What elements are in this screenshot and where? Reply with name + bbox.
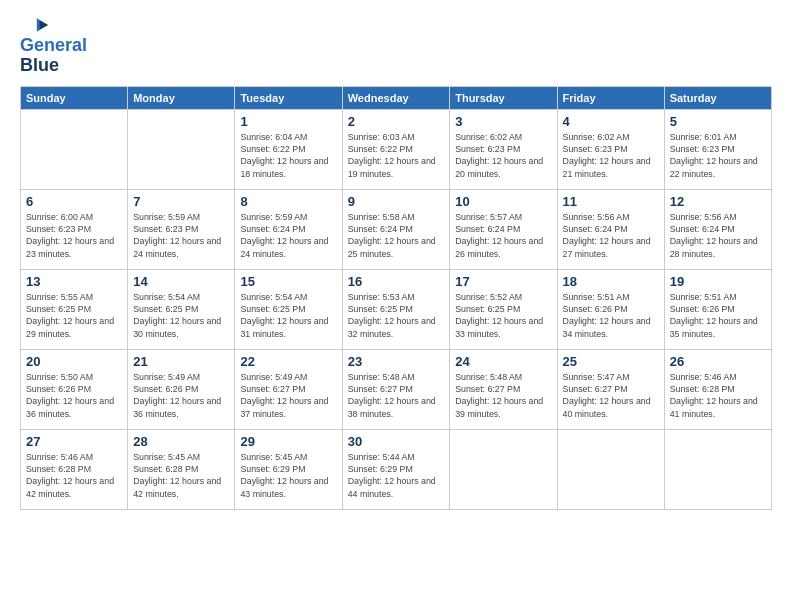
calendar-cell — [21, 109, 128, 189]
calendar-cell: 3Sunrise: 6:02 AMSunset: 6:23 PMDaylight… — [450, 109, 557, 189]
calendar-week-5: 27Sunrise: 5:46 AMSunset: 6:28 PMDayligh… — [21, 429, 772, 509]
calendar-cell: 22Sunrise: 5:49 AMSunset: 6:27 PMDayligh… — [235, 349, 342, 429]
calendar-week-3: 13Sunrise: 5:55 AMSunset: 6:25 PMDayligh… — [21, 269, 772, 349]
day-info: Sunrise: 5:46 AMSunset: 6:28 PMDaylight:… — [26, 451, 122, 500]
logo-text: General Blue — [20, 36, 87, 76]
day-header-friday: Friday — [557, 86, 664, 109]
day-number: 23 — [348, 354, 445, 369]
day-number: 22 — [240, 354, 336, 369]
day-header-wednesday: Wednesday — [342, 86, 450, 109]
calendar-body: 1Sunrise: 6:04 AMSunset: 6:22 PMDaylight… — [21, 109, 772, 509]
day-number: 27 — [26, 434, 122, 449]
calendar-cell: 23Sunrise: 5:48 AMSunset: 6:27 PMDayligh… — [342, 349, 450, 429]
calendar-cell: 28Sunrise: 5:45 AMSunset: 6:28 PMDayligh… — [128, 429, 235, 509]
day-info: Sunrise: 6:02 AMSunset: 6:23 PMDaylight:… — [563, 131, 659, 180]
calendar-cell: 27Sunrise: 5:46 AMSunset: 6:28 PMDayligh… — [21, 429, 128, 509]
calendar-cell: 5Sunrise: 6:01 AMSunset: 6:23 PMDaylight… — [664, 109, 771, 189]
day-number: 11 — [563, 194, 659, 209]
day-info: Sunrise: 5:48 AMSunset: 6:27 PMDaylight:… — [455, 371, 551, 420]
day-info: Sunrise: 5:51 AMSunset: 6:26 PMDaylight:… — [563, 291, 659, 340]
calendar-cell: 13Sunrise: 5:55 AMSunset: 6:25 PMDayligh… — [21, 269, 128, 349]
day-info: Sunrise: 5:51 AMSunset: 6:26 PMDaylight:… — [670, 291, 766, 340]
day-info: Sunrise: 5:44 AMSunset: 6:29 PMDaylight:… — [348, 451, 445, 500]
day-info: Sunrise: 5:46 AMSunset: 6:28 PMDaylight:… — [670, 371, 766, 420]
day-number: 17 — [455, 274, 551, 289]
day-info: Sunrise: 5:54 AMSunset: 6:25 PMDaylight:… — [240, 291, 336, 340]
day-number: 19 — [670, 274, 766, 289]
day-info: Sunrise: 5:55 AMSunset: 6:25 PMDaylight:… — [26, 291, 122, 340]
calendar-cell — [664, 429, 771, 509]
day-number: 30 — [348, 434, 445, 449]
calendar-cell: 4Sunrise: 6:02 AMSunset: 6:23 PMDaylight… — [557, 109, 664, 189]
day-header-thursday: Thursday — [450, 86, 557, 109]
day-number: 21 — [133, 354, 229, 369]
calendar-table: SundayMondayTuesdayWednesdayThursdayFrid… — [20, 86, 772, 510]
day-info: Sunrise: 5:56 AMSunset: 6:24 PMDaylight:… — [563, 211, 659, 260]
day-header-saturday: Saturday — [664, 86, 771, 109]
logo-icon — [20, 16, 48, 34]
day-info: Sunrise: 5:59 AMSunset: 6:23 PMDaylight:… — [133, 211, 229, 260]
day-number: 24 — [455, 354, 551, 369]
day-number: 12 — [670, 194, 766, 209]
calendar-cell: 17Sunrise: 5:52 AMSunset: 6:25 PMDayligh… — [450, 269, 557, 349]
day-number: 7 — [133, 194, 229, 209]
day-number: 5 — [670, 114, 766, 129]
day-number: 8 — [240, 194, 336, 209]
calendar-cell: 21Sunrise: 5:49 AMSunset: 6:26 PMDayligh… — [128, 349, 235, 429]
day-info: Sunrise: 6:01 AMSunset: 6:23 PMDaylight:… — [670, 131, 766, 180]
calendar-cell: 1Sunrise: 6:04 AMSunset: 6:22 PMDaylight… — [235, 109, 342, 189]
day-info: Sunrise: 5:45 AMSunset: 6:29 PMDaylight:… — [240, 451, 336, 500]
day-info: Sunrise: 5:50 AMSunset: 6:26 PMDaylight:… — [26, 371, 122, 420]
day-info: Sunrise: 6:02 AMSunset: 6:23 PMDaylight:… — [455, 131, 551, 180]
day-info: Sunrise: 5:48 AMSunset: 6:27 PMDaylight:… — [348, 371, 445, 420]
day-number: 2 — [348, 114, 445, 129]
svg-marker-2 — [40, 21, 48, 30]
day-header-tuesday: Tuesday — [235, 86, 342, 109]
day-info: Sunrise: 5:45 AMSunset: 6:28 PMDaylight:… — [133, 451, 229, 500]
calendar-week-1: 1Sunrise: 6:04 AMSunset: 6:22 PMDaylight… — [21, 109, 772, 189]
day-number: 13 — [26, 274, 122, 289]
day-info: Sunrise: 5:47 AMSunset: 6:27 PMDaylight:… — [563, 371, 659, 420]
calendar-cell: 11Sunrise: 5:56 AMSunset: 6:24 PMDayligh… — [557, 189, 664, 269]
page-header: General Blue — [20, 16, 772, 76]
calendar-cell: 6Sunrise: 6:00 AMSunset: 6:23 PMDaylight… — [21, 189, 128, 269]
calendar-week-4: 20Sunrise: 5:50 AMSunset: 6:26 PMDayligh… — [21, 349, 772, 429]
day-number: 14 — [133, 274, 229, 289]
day-number: 25 — [563, 354, 659, 369]
calendar-cell: 2Sunrise: 6:03 AMSunset: 6:22 PMDaylight… — [342, 109, 450, 189]
day-number: 29 — [240, 434, 336, 449]
day-info: Sunrise: 6:00 AMSunset: 6:23 PMDaylight:… — [26, 211, 122, 260]
day-info: Sunrise: 5:52 AMSunset: 6:25 PMDaylight:… — [455, 291, 551, 340]
day-info: Sunrise: 6:04 AMSunset: 6:22 PMDaylight:… — [240, 131, 336, 180]
calendar-cell: 19Sunrise: 5:51 AMSunset: 6:26 PMDayligh… — [664, 269, 771, 349]
day-info: Sunrise: 6:03 AMSunset: 6:22 PMDaylight:… — [348, 131, 445, 180]
day-number: 10 — [455, 194, 551, 209]
calendar-cell: 8Sunrise: 5:59 AMSunset: 6:24 PMDaylight… — [235, 189, 342, 269]
day-info: Sunrise: 5:57 AMSunset: 6:24 PMDaylight:… — [455, 211, 551, 260]
day-info: Sunrise: 5:56 AMSunset: 6:24 PMDaylight:… — [670, 211, 766, 260]
day-info: Sunrise: 5:53 AMSunset: 6:25 PMDaylight:… — [348, 291, 445, 340]
day-header-monday: Monday — [128, 86, 235, 109]
calendar-cell: 26Sunrise: 5:46 AMSunset: 6:28 PMDayligh… — [664, 349, 771, 429]
calendar-cell: 18Sunrise: 5:51 AMSunset: 6:26 PMDayligh… — [557, 269, 664, 349]
calendar-cell: 9Sunrise: 5:58 AMSunset: 6:24 PMDaylight… — [342, 189, 450, 269]
day-number: 3 — [455, 114, 551, 129]
calendar-cell — [128, 109, 235, 189]
day-number: 16 — [348, 274, 445, 289]
day-number: 20 — [26, 354, 122, 369]
day-number: 9 — [348, 194, 445, 209]
day-info: Sunrise: 5:49 AMSunset: 6:27 PMDaylight:… — [240, 371, 336, 420]
day-info: Sunrise: 5:49 AMSunset: 6:26 PMDaylight:… — [133, 371, 229, 420]
calendar-header-row: SundayMondayTuesdayWednesdayThursdayFrid… — [21, 86, 772, 109]
calendar-cell: 10Sunrise: 5:57 AMSunset: 6:24 PMDayligh… — [450, 189, 557, 269]
day-number: 1 — [240, 114, 336, 129]
calendar-cell: 12Sunrise: 5:56 AMSunset: 6:24 PMDayligh… — [664, 189, 771, 269]
calendar-cell — [450, 429, 557, 509]
calendar-cell: 7Sunrise: 5:59 AMSunset: 6:23 PMDaylight… — [128, 189, 235, 269]
day-info: Sunrise: 5:54 AMSunset: 6:25 PMDaylight:… — [133, 291, 229, 340]
calendar-cell: 15Sunrise: 5:54 AMSunset: 6:25 PMDayligh… — [235, 269, 342, 349]
calendar-week-2: 6Sunrise: 6:00 AMSunset: 6:23 PMDaylight… — [21, 189, 772, 269]
calendar-cell: 14Sunrise: 5:54 AMSunset: 6:25 PMDayligh… — [128, 269, 235, 349]
calendar-cell: 25Sunrise: 5:47 AMSunset: 6:27 PMDayligh… — [557, 349, 664, 429]
logo: General Blue — [20, 16, 87, 76]
